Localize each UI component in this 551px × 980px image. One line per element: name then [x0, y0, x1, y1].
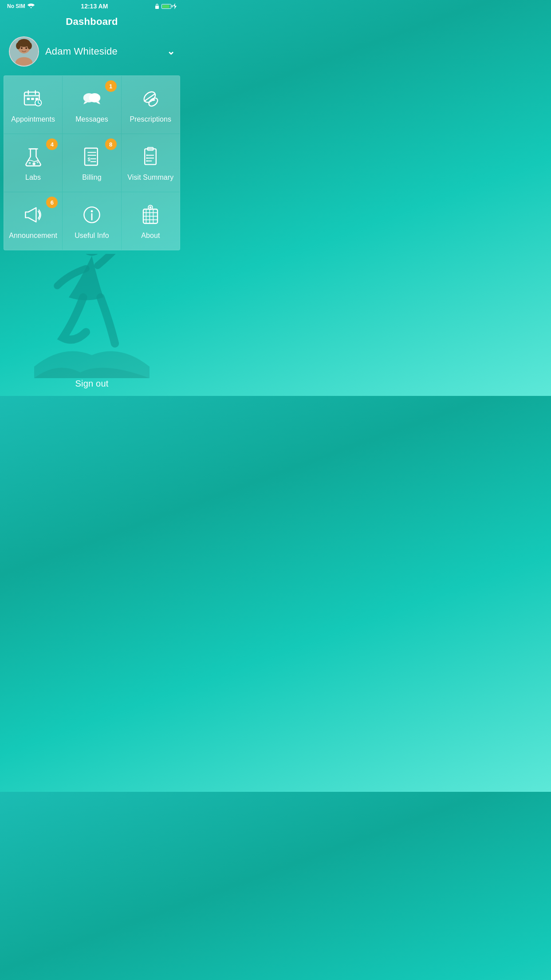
svg-rect-30 [85, 148, 98, 165]
svg-point-9 [25, 47, 27, 49]
bottom-area: Sign out [0, 254, 184, 396]
appointments-label: Appointments [11, 115, 55, 123]
svg-point-60 [82, 254, 102, 256]
svg-rect-36 [145, 149, 157, 164]
svg-point-28 [32, 162, 35, 165]
grid-item-useful-info[interactable]: Useful Info [63, 192, 121, 250]
svg-point-43 [146, 160, 148, 162]
about-label: About [141, 232, 160, 240]
status-left: No SIM [7, 3, 35, 9]
svg-rect-0 [155, 6, 159, 9]
avatar [9, 36, 39, 67]
charging-icon [173, 3, 177, 9]
svg-point-6 [16, 43, 20, 49]
grid-item-about[interactable]: About [122, 192, 180, 250]
visit-summary-icon [140, 146, 161, 174]
grid-item-billing[interactable]: 8 $ Billing [63, 134, 121, 192]
svg-point-41 [146, 154, 148, 156]
useful-info-label: Useful Info [75, 232, 109, 240]
appointments-icon [23, 88, 44, 115]
svg-point-27 [28, 162, 31, 164]
labs-icon [23, 146, 44, 174]
badge-labs: 4 [46, 138, 58, 150]
billing-label: Billing [82, 174, 101, 182]
labs-label: Labs [25, 174, 41, 182]
announcement-icon [23, 204, 44, 232]
grid-item-labs[interactable]: 4 Labs [4, 134, 62, 192]
svg-point-29 [36, 162, 38, 163]
user-profile[interactable]: Adam Whiteside ⌄ [0, 35, 184, 75]
svg-point-45 [91, 210, 93, 213]
svg-rect-15 [31, 98, 34, 100]
useful-info-icon [81, 204, 102, 232]
yoga-silhouette [34, 254, 150, 378]
grid-item-appointments[interactable]: Appointments [4, 76, 62, 134]
lock-icon [154, 3, 160, 9]
status-time: 12:13 AM [81, 3, 108, 10]
messages-label: Messages [75, 115, 108, 123]
chevron-down-icon[interactable]: ⌄ [167, 46, 175, 57]
dashboard-grid: Appointments1 Messages Prescriptions4 La… [4, 75, 180, 250]
svg-point-22 [89, 93, 101, 103]
battery-icon [161, 4, 171, 9]
messages-icon [81, 88, 102, 115]
grid-item-visit-summary[interactable]: Visit Summary [122, 134, 180, 192]
page-title: Dashboard [0, 12, 184, 35]
status-right [154, 3, 177, 9]
announcement-label: Announcement [9, 232, 57, 240]
billing-icon: $ [81, 146, 102, 174]
visit-summary-label: Visit Summary [127, 174, 173, 182]
prescriptions-label: Prescriptions [130, 115, 171, 123]
badge-announcement: 6 [46, 197, 58, 208]
badge-billing: 8 [105, 138, 117, 150]
wifi-icon [28, 4, 35, 9]
prescriptions-icon [140, 88, 161, 115]
about-icon [140, 204, 161, 232]
status-bar: No SIM 12:13 AM [0, 0, 184, 12]
svg-text:$: $ [87, 157, 91, 162]
grid-item-announcement[interactable]: 6 Announcement [4, 192, 62, 250]
svg-marker-1 [173, 3, 177, 9]
badge-messages: 1 [105, 80, 117, 92]
svg-rect-14 [27, 98, 29, 100]
carrier-label: No SIM [7, 3, 25, 9]
grid-item-messages[interactable]: 1 Messages [63, 76, 121, 134]
user-name-label: Adam Whiteside [45, 46, 163, 57]
svg-point-7 [28, 43, 32, 49]
svg-point-8 [21, 47, 23, 49]
svg-point-42 [146, 158, 148, 159]
sign-out-button[interactable]: Sign out [0, 371, 184, 396]
grid-item-prescriptions[interactable]: Prescriptions [122, 76, 180, 134]
